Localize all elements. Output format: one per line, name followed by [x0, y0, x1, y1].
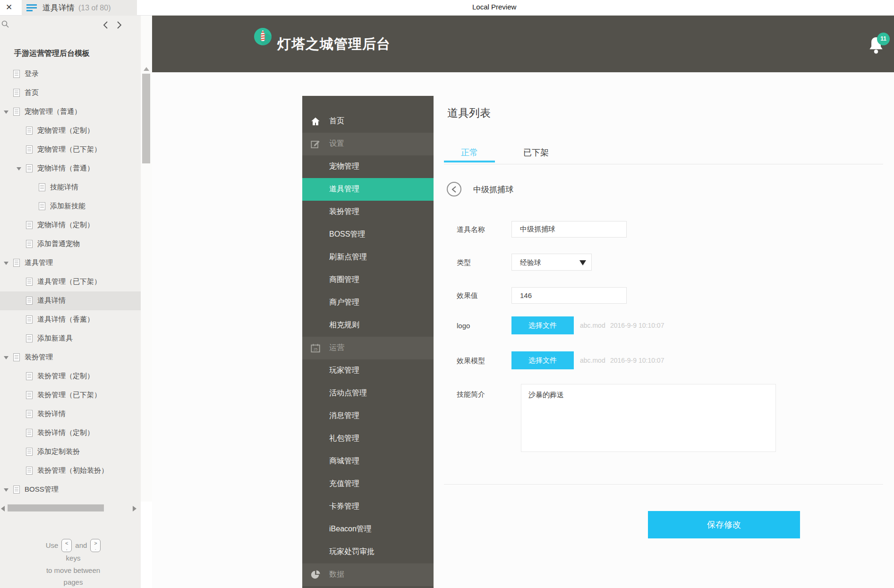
file-name: abc.mod: [580, 357, 605, 364]
menu-item-section-设置[interactable]: 设置: [302, 133, 434, 155]
menu-item-iBeacon管理[interactable]: iBeacon管理: [302, 518, 434, 541]
vertical-scroll-thumb[interactable]: [142, 74, 150, 163]
item-name-input[interactable]: [511, 221, 627, 238]
app-title: 灯塔之城管理后台: [277, 35, 391, 54]
menu-item-商圈管理[interactable]: 商圈管理: [302, 269, 434, 291]
tree-item-label: 添加新技能: [50, 202, 85, 211]
expander-icon[interactable]: [4, 262, 9, 265]
tree-item[interactable]: 技能详情: [0, 178, 141, 197]
document-icon: [26, 278, 33, 286]
tree-item[interactable]: 装扮详情: [0, 405, 141, 424]
tree-item[interactable]: 宠物详情（普通）: [0, 159, 141, 178]
tree-item-label: 添加普通宠物: [37, 239, 80, 248]
tree-item[interactable]: 添加普通宠物: [0, 235, 141, 254]
tree-item[interactable]: 宠物详情（定制）: [0, 216, 141, 235]
menu-item-BOSS管理[interactable]: BOSS管理: [302, 223, 434, 246]
menu-item-商城管理[interactable]: 商城管理: [302, 450, 434, 473]
tree-item[interactable]: 装扮管理（初始装扮）: [0, 461, 141, 480]
skill-description-textarea[interactable]: [521, 384, 776, 452]
menu-item-label: 刷新点管理: [329, 252, 367, 262]
scroll-left-arrow-icon[interactable]: [1, 506, 5, 511]
tab-removed[interactable]: 已下架: [495, 143, 577, 162]
menu-item-section-运营[interactable]: 25运营: [302, 337, 434, 359]
document-icon: [13, 89, 20, 97]
document-icon: [13, 108, 20, 116]
tree-item[interactable]: 添加定制装扮: [0, 443, 141, 461]
menu-item-label: 宠物管理: [329, 162, 359, 171]
menu-item-宠物管理[interactable]: 宠物管理: [302, 155, 434, 178]
tree-item[interactable]: 装扮详情（定制）: [0, 424, 141, 443]
tree-item[interactable]: 道具详情: [0, 291, 141, 310]
menu-item-消息管理[interactable]: 消息管理: [302, 405, 434, 427]
field-label: 效果值: [457, 291, 478, 300]
menu-item-section-数据[interactable]: 数据: [302, 563, 434, 586]
menu-item-活动点管理[interactable]: 活动点管理: [302, 382, 434, 405]
app-menu: 首页设置宠物管理道具管理装扮管理BOSS管理刷新点管理商圈管理商户管理相克规则2…: [302, 96, 434, 588]
menu-item-label: 商城管理: [329, 456, 359, 466]
tree-item[interactable]: 装扮管理（定制）: [0, 367, 141, 386]
expander-icon[interactable]: [4, 111, 9, 114]
scroll-right-arrow-icon[interactable]: [133, 506, 136, 511]
tree-item[interactable]: BOSS管理: [0, 480, 141, 499]
tree-item-label: 宠物管理（定制）: [37, 126, 94, 135]
pie-icon: [310, 570, 321, 580]
tree-item[interactable]: 首页: [0, 84, 141, 102]
menu-item-label: 商户管理: [329, 298, 359, 307]
menu-item-label: 运营: [329, 343, 344, 353]
menu-item-label: 卡券管理: [329, 502, 359, 511]
tree-item[interactable]: 道具详情（香薰）: [0, 310, 141, 329]
menu-item-label: 消息管理: [329, 411, 359, 421]
menu-item-刷新点管理[interactable]: 刷新点管理: [302, 246, 434, 269]
menu-item-label: 装扮管理: [329, 207, 359, 217]
tree-item[interactable]: 装扮管理（已下架）: [0, 386, 141, 405]
scroll-up-arrow-icon[interactable]: [144, 67, 149, 71]
menu-item-玩家处罚审批[interactable]: 玩家处罚审批: [302, 541, 434, 563]
tree-item-label: 装扮管理（已下架）: [37, 391, 101, 400]
menu-item-商户管理[interactable]: 商户管理: [302, 291, 434, 314]
expander-icon[interactable]: [4, 356, 9, 359]
menu-item-礼包管理[interactable]: 礼包管理: [302, 427, 434, 450]
menu-item-玩家管理[interactable]: 玩家管理: [302, 359, 434, 382]
sitemap-menu-icon[interactable]: [26, 3, 37, 13]
choose-file-button[interactable]: 选择文件: [511, 316, 574, 334]
tree-item[interactable]: 宠物管理（定制）: [0, 121, 141, 140]
key-left-icon: <,: [61, 539, 72, 552]
hint-and: and: [75, 539, 87, 552]
menu-item-道具管理[interactable]: 道具管理: [302, 178, 434, 201]
menu-item-相克规则[interactable]: 相克规则: [302, 314, 434, 337]
tree-item-label: 技能详情: [50, 183, 78, 192]
save-button[interactable]: 保存修改: [648, 511, 800, 538]
menu-item-label: 玩家管理: [329, 366, 359, 375]
close-icon[interactable]: ✕: [4, 2, 14, 13]
tree-item[interactable]: 宠物管理（已下架）: [0, 140, 141, 159]
screen: ✕ 道具详情 (13 of 80) Local Preview 手游运营管理后台…: [0, 0, 894, 588]
tree-item[interactable]: 宠物管理（普通）: [0, 102, 141, 121]
document-icon: [39, 202, 45, 210]
tree-item[interactable]: 装扮管理: [0, 348, 141, 367]
expander-icon[interactable]: [4, 488, 9, 492]
tree-item-label: 添加定制装扮: [37, 447, 80, 456]
tab-normal[interactable]: 正常: [444, 143, 495, 162]
menu-item-首页[interactable]: 首页: [302, 110, 434, 133]
menu-item-label: 充值管理: [329, 479, 359, 489]
horizontal-scroll-thumb[interactable]: [8, 504, 104, 511]
effect-value-input[interactable]: [511, 287, 627, 304]
expander-icon[interactable]: [17, 167, 21, 170]
file-timestamp: 2016-9-9 10:10:07: [610, 357, 664, 364]
calendar-icon: 25: [310, 343, 321, 353]
menu-item-装扮管理[interactable]: 装扮管理: [302, 201, 434, 223]
back-button[interactable]: [447, 182, 461, 196]
choose-file-button[interactable]: 选择文件: [511, 351, 574, 369]
tree-item[interactable]: 添加新技能: [0, 197, 141, 216]
menu-item-卡券管理[interactable]: 卡券管理: [302, 495, 434, 518]
document-icon: [26, 391, 33, 399]
tree-item[interactable]: 登录: [0, 65, 141, 84]
menu-item-label: 道具管理: [329, 184, 359, 194]
type-select[interactable]: 经验球: [511, 254, 592, 271]
tree-item[interactable]: 道具管理（已下架）: [0, 273, 141, 291]
menu-item-充值管理[interactable]: 充值管理: [302, 473, 434, 495]
tree-item[interactable]: 添加新道具: [0, 329, 141, 348]
page-tab[interactable]: 道具详情 (13 of 80): [22, 0, 137, 16]
tabs-divider: [444, 164, 883, 164]
tree-item[interactable]: 道具管理: [0, 254, 141, 273]
